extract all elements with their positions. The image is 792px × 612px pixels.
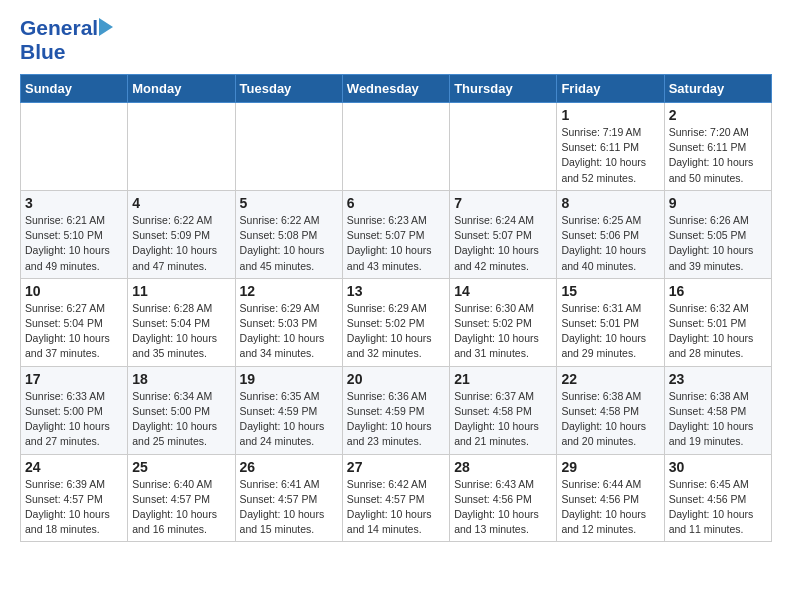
day-number: 24 xyxy=(25,459,123,475)
logo-general: General xyxy=(20,16,98,40)
day-info-line: Sunrise: 7:20 AM xyxy=(669,125,767,140)
day-info-line: Sunrise: 6:39 AM xyxy=(25,477,123,492)
day-number: 6 xyxy=(347,195,445,211)
weekday-header: Wednesday xyxy=(342,75,449,103)
day-info-line: and 52 minutes. xyxy=(561,171,659,186)
day-number: 30 xyxy=(669,459,767,475)
day-info-line: Sunset: 4:59 PM xyxy=(347,404,445,419)
calendar-cell: 2Sunrise: 7:20 AMSunset: 6:11 PMDaylight… xyxy=(664,103,771,191)
day-number: 19 xyxy=(240,371,338,387)
day-info-line: Sunset: 5:08 PM xyxy=(240,228,338,243)
day-info-line: Sunrise: 6:22 AM xyxy=(132,213,230,228)
day-info-line: Sunrise: 6:29 AM xyxy=(347,301,445,316)
day-info-line: Sunrise: 6:33 AM xyxy=(25,389,123,404)
day-info-line: Sunset: 5:07 PM xyxy=(347,228,445,243)
day-info-line: Sunrise: 6:42 AM xyxy=(347,477,445,492)
day-number: 25 xyxy=(132,459,230,475)
day-number: 12 xyxy=(240,283,338,299)
calendar-cell: 5Sunrise: 6:22 AMSunset: 5:08 PMDaylight… xyxy=(235,190,342,278)
calendar-table: SundayMondayTuesdayWednesdayThursdayFrid… xyxy=(20,74,772,542)
day-info-line: Sunrise: 7:19 AM xyxy=(561,125,659,140)
day-number: 13 xyxy=(347,283,445,299)
day-info-line: and 37 minutes. xyxy=(25,346,123,361)
day-info-line: Daylight: 10 hours xyxy=(25,331,123,346)
day-info-line: Sunrise: 6:35 AM xyxy=(240,389,338,404)
day-info-line: and 45 minutes. xyxy=(240,259,338,274)
calendar-cell: 14Sunrise: 6:30 AMSunset: 5:02 PMDayligh… xyxy=(450,278,557,366)
day-number: 8 xyxy=(561,195,659,211)
calendar-cell: 11Sunrise: 6:28 AMSunset: 5:04 PMDayligh… xyxy=(128,278,235,366)
day-info-line: Sunset: 5:07 PM xyxy=(454,228,552,243)
day-info-line: and 12 minutes. xyxy=(561,522,659,537)
day-number: 11 xyxy=(132,283,230,299)
calendar-cell xyxy=(450,103,557,191)
day-info-line: Daylight: 10 hours xyxy=(25,419,123,434)
header: General Blue xyxy=(20,16,772,64)
day-info-line: and 19 minutes. xyxy=(669,434,767,449)
day-info-line: Sunrise: 6:45 AM xyxy=(669,477,767,492)
calendar-cell xyxy=(128,103,235,191)
day-info-line: and 18 minutes. xyxy=(25,522,123,537)
day-number: 26 xyxy=(240,459,338,475)
day-number: 14 xyxy=(454,283,552,299)
day-info-line: Daylight: 10 hours xyxy=(561,419,659,434)
day-number: 27 xyxy=(347,459,445,475)
day-info-line: and 49 minutes. xyxy=(25,259,123,274)
day-info-line: Sunset: 5:05 PM xyxy=(669,228,767,243)
day-info-line: Daylight: 10 hours xyxy=(240,331,338,346)
day-info-line: Sunrise: 6:27 AM xyxy=(25,301,123,316)
day-info-line: Sunrise: 6:24 AM xyxy=(454,213,552,228)
day-info-line: Sunrise: 6:22 AM xyxy=(240,213,338,228)
day-info-line: Sunset: 4:57 PM xyxy=(25,492,123,507)
weekday-header: Thursday xyxy=(450,75,557,103)
day-info-line: and 16 minutes. xyxy=(132,522,230,537)
day-number: 10 xyxy=(25,283,123,299)
calendar-cell: 9Sunrise: 6:26 AMSunset: 5:05 PMDaylight… xyxy=(664,190,771,278)
day-info-line: Sunset: 5:00 PM xyxy=(25,404,123,419)
calendar-cell: 18Sunrise: 6:34 AMSunset: 5:00 PMDayligh… xyxy=(128,366,235,454)
weekday-header: Tuesday xyxy=(235,75,342,103)
day-info-line: Sunrise: 6:21 AM xyxy=(25,213,123,228)
calendar-cell: 24Sunrise: 6:39 AMSunset: 4:57 PMDayligh… xyxy=(21,454,128,542)
day-info-line: and 14 minutes. xyxy=(347,522,445,537)
day-info-line: Sunset: 5:03 PM xyxy=(240,316,338,331)
logo-arrow-icon xyxy=(99,18,113,36)
day-info-line: Sunset: 5:01 PM xyxy=(561,316,659,331)
day-info-line: Daylight: 10 hours xyxy=(132,331,230,346)
day-info-line: Sunset: 4:58 PM xyxy=(669,404,767,419)
day-number: 5 xyxy=(240,195,338,211)
day-info-line: and 43 minutes. xyxy=(347,259,445,274)
day-info-line: Sunset: 4:57 PM xyxy=(132,492,230,507)
day-info-line: Daylight: 10 hours xyxy=(25,243,123,258)
day-info-line: and 40 minutes. xyxy=(561,259,659,274)
day-info-line: and 35 minutes. xyxy=(132,346,230,361)
day-info-line: Daylight: 10 hours xyxy=(347,243,445,258)
day-info-line: and 42 minutes. xyxy=(454,259,552,274)
day-info-line: Daylight: 10 hours xyxy=(669,155,767,170)
day-info-line: Daylight: 10 hours xyxy=(669,243,767,258)
calendar-cell: 7Sunrise: 6:24 AMSunset: 5:07 PMDaylight… xyxy=(450,190,557,278)
day-info-line: Daylight: 10 hours xyxy=(25,507,123,522)
day-info-line: Sunrise: 6:28 AM xyxy=(132,301,230,316)
day-number: 4 xyxy=(132,195,230,211)
calendar-cell: 19Sunrise: 6:35 AMSunset: 4:59 PMDayligh… xyxy=(235,366,342,454)
calendar-cell: 4Sunrise: 6:22 AMSunset: 5:09 PMDaylight… xyxy=(128,190,235,278)
logo-blue: Blue xyxy=(20,40,66,64)
day-number: 7 xyxy=(454,195,552,211)
weekday-header: Saturday xyxy=(664,75,771,103)
day-info-line: Daylight: 10 hours xyxy=(454,507,552,522)
day-number: 9 xyxy=(669,195,767,211)
calendar-cell: 22Sunrise: 6:38 AMSunset: 4:58 PMDayligh… xyxy=(557,366,664,454)
day-info-line: and 23 minutes. xyxy=(347,434,445,449)
day-number: 21 xyxy=(454,371,552,387)
weekday-header: Monday xyxy=(128,75,235,103)
logo: General Blue xyxy=(20,16,113,64)
day-info-line: Daylight: 10 hours xyxy=(669,507,767,522)
day-info-line: Daylight: 10 hours xyxy=(132,243,230,258)
day-info-line: and 20 minutes. xyxy=(561,434,659,449)
day-info-line: Sunrise: 6:41 AM xyxy=(240,477,338,492)
day-info-line: Daylight: 10 hours xyxy=(561,243,659,258)
day-info-line: Daylight: 10 hours xyxy=(132,507,230,522)
day-info-line: and 24 minutes. xyxy=(240,434,338,449)
day-info-line: Sunset: 5:04 PM xyxy=(132,316,230,331)
